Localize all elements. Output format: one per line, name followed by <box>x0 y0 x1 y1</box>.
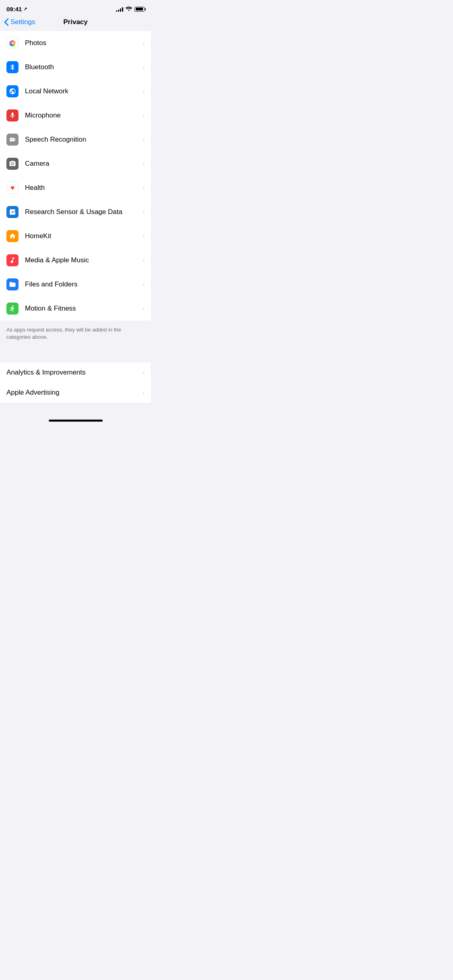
svg-rect-7 <box>10 139 11 141</box>
list-item-bluetooth[interactable]: Bluetooth › <box>0 55 151 79</box>
home-indicator <box>0 416 151 425</box>
list-item-photos[interactable]: Photos › <box>0 31 151 55</box>
wifi-icon <box>126 6 132 12</box>
microphone-label: Microphone <box>25 111 139 119</box>
back-button[interactable]: Settings <box>4 18 35 26</box>
analytics-label: Analytics & Improvements <box>6 369 139 377</box>
homekit-chevron: › <box>143 233 145 239</box>
photos-chevron: › <box>143 40 145 46</box>
bluetooth-chevron: › <box>143 64 145 70</box>
time-display: 09:41 <box>6 6 22 12</box>
camera-icon <box>6 158 19 170</box>
advertising-chevron: › <box>143 389 145 396</box>
bluetooth-label: Bluetooth <box>25 63 139 71</box>
globe-icon <box>6 85 19 97</box>
list-item-local-network[interactable]: Local Network › <box>0 79 151 103</box>
homekit-label: HomeKit <box>25 232 139 240</box>
photos-icon <box>6 37 19 49</box>
status-icons <box>116 6 145 12</box>
advertising-label: Apple Advertising <box>6 389 139 397</box>
speech-recognition-icon <box>6 134 19 146</box>
fitness-chevron: › <box>143 305 145 312</box>
speech-recognition-label: Speech Recognition <box>25 136 139 144</box>
research-label: Research Sensor & Usage Data <box>25 208 139 216</box>
fitness-label: Motion & Fitness <box>25 305 139 313</box>
bottom-section: Analytics & Improvements › Apple Adverti… <box>0 362 151 403</box>
music-icon <box>6 254 19 266</box>
camera-chevron: › <box>143 161 145 167</box>
bluetooth-icon <box>6 61 19 73</box>
footer-note: As apps request access, they will be add… <box>0 321 151 349</box>
battery-icon <box>134 7 145 12</box>
page-title: Privacy <box>63 18 88 26</box>
list-item-camera[interactable]: Camera › <box>0 152 151 176</box>
privacy-items-section: Photos › Bluetooth › Local Network › <box>0 31 151 321</box>
list-item-fitness[interactable]: Motion & Fitness › <box>0 296 151 321</box>
health-label: Health <box>25 184 139 192</box>
status-bar: 09:41 ↗ <box>0 0 151 16</box>
list-item-advertising[interactable]: Apple Advertising › <box>0 383 151 403</box>
homekit-icon <box>6 230 19 242</box>
svg-point-6 <box>11 42 14 44</box>
health-icon: ♥ <box>6 182 19 194</box>
back-label: Settings <box>10 18 35 26</box>
local-network-label: Local Network <box>25 87 139 95</box>
list-item-speech-recognition[interactable]: Speech Recognition › <box>0 128 151 152</box>
list-item-homekit[interactable]: HomeKit › <box>0 224 151 248</box>
health-chevron: › <box>143 185 145 191</box>
svg-rect-9 <box>12 139 13 140</box>
list-item-media[interactable]: Media & Apple Music › <box>0 248 151 272</box>
analytics-chevron: › <box>143 369 145 376</box>
privacy-list: Photos › Bluetooth › Local Network › <box>0 31 151 349</box>
nav-header: Settings Privacy <box>0 16 151 31</box>
list-item-research[interactable]: Research Sensor & Usage Data › <box>0 200 151 224</box>
files-icon <box>6 278 19 290</box>
research-icon <box>6 206 19 218</box>
research-chevron: › <box>143 209 145 215</box>
files-chevron: › <box>143 281 145 288</box>
fitness-icon <box>6 303 19 315</box>
speech-recognition-chevron: › <box>143 136 145 143</box>
svg-rect-8 <box>11 138 12 141</box>
photos-label: Photos <box>25 39 139 47</box>
microphone-chevron: › <box>143 112 145 119</box>
location-icon: ↗ <box>23 6 27 12</box>
list-item-analytics[interactable]: Analytics & Improvements › <box>0 362 151 383</box>
list-item-microphone[interactable]: Microphone › <box>0 103 151 128</box>
camera-label: Camera <box>25 160 139 168</box>
local-network-chevron: › <box>143 88 145 95</box>
home-bar <box>49 420 103 422</box>
list-item-health[interactable]: ♥ Health › <box>0 176 151 200</box>
signal-bars <box>116 7 123 12</box>
microphone-icon <box>6 109 19 121</box>
footer-note-text: As apps request access, they will be add… <box>6 327 121 340</box>
status-time: 09:41 ↗ <box>6 6 27 12</box>
files-label: Files and Folders <box>25 280 139 288</box>
media-label: Media & Apple Music <box>25 256 139 264</box>
list-item-files[interactable]: Files and Folders › <box>0 272 151 296</box>
media-chevron: › <box>143 257 145 264</box>
